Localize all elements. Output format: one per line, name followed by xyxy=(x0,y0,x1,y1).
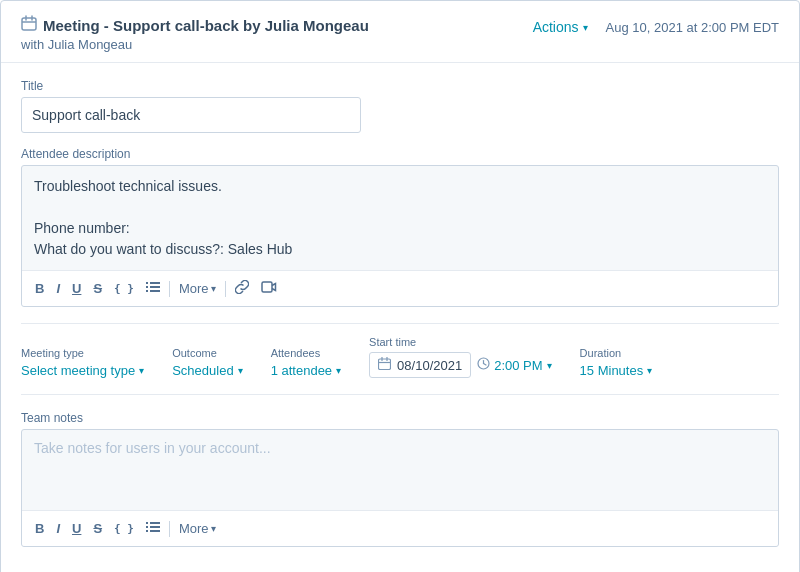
desc-line1: Troubleshoot technical issues. xyxy=(34,176,766,197)
outcome-value: Scheduled xyxy=(172,363,233,378)
title-label: Title xyxy=(21,79,779,93)
meeting-type-label: Meeting type xyxy=(21,347,144,359)
notes-label: Team notes xyxy=(21,411,779,425)
svg-rect-4 xyxy=(146,282,148,284)
header-right: Actions ▾ Aug 10, 2021 at 2:00 PM EDT xyxy=(527,15,779,39)
code-button[interactable]: { } xyxy=(109,279,139,298)
header-left: Meeting - Support call-back by Julia Mon… xyxy=(21,15,369,52)
description-section: Attendee description Troubleshoot techni… xyxy=(21,147,779,307)
italic-button[interactable]: I xyxy=(51,278,65,299)
attendees-label: Attendees xyxy=(271,347,341,359)
svg-rect-6 xyxy=(146,286,148,288)
notes-more-chevron-icon: ▾ xyxy=(211,523,216,534)
duration-dropdown[interactable]: 15 Minutes ▾ xyxy=(580,363,653,378)
svg-rect-5 xyxy=(150,282,160,284)
more-chevron-icon: ▾ xyxy=(211,283,216,294)
description-toolbar: B I U S { } xyxy=(22,270,778,306)
bold-button[interactable]: B xyxy=(30,278,49,299)
title-text: Meeting - Support call-back by Julia Mon… xyxy=(43,17,369,34)
duration-field: Duration 15 Minutes ▾ xyxy=(580,347,653,378)
outcome-field: Outcome Scheduled ▾ xyxy=(172,347,242,378)
time-icon xyxy=(477,357,490,373)
duration-label: Duration xyxy=(580,347,653,359)
outcome-chevron-icon: ▾ xyxy=(238,365,243,376)
body: Title Attendee description Troubleshoot … xyxy=(1,63,799,572)
meta-row: Meeting type Select meeting type ▾ Outco… xyxy=(21,323,779,395)
duration-chevron-icon: ▾ xyxy=(647,365,652,376)
underline-button[interactable]: U xyxy=(67,278,86,299)
desc-line4: What do you want to discuss?: Sales Hub xyxy=(34,239,766,260)
notes-list-button[interactable] xyxy=(141,517,165,540)
toolbar-separator-1 xyxy=(169,281,170,297)
svg-rect-9 xyxy=(150,290,160,292)
title-suffix: by Julia Mongeau xyxy=(239,17,369,34)
title-input[interactable] xyxy=(21,97,361,133)
attendees-chevron-icon: ▾ xyxy=(336,365,341,376)
actions-chevron-icon: ▾ xyxy=(583,22,588,33)
video-icon xyxy=(261,280,277,297)
desc-line2 xyxy=(34,197,766,218)
svg-rect-23 xyxy=(150,530,160,532)
outcome-label: Outcome xyxy=(172,347,242,359)
notes-box: Take notes for users in your account... … xyxy=(21,429,779,547)
notes-underline-button[interactable]: U xyxy=(67,518,86,539)
svg-rect-21 xyxy=(150,526,160,528)
calendar-icon xyxy=(378,357,391,373)
description-content[interactable]: Troubleshoot technical issues. Phone num… xyxy=(22,166,778,270)
meeting-type-field: Meeting type Select meeting type ▾ xyxy=(21,347,144,378)
actions-button[interactable]: Actions ▾ xyxy=(527,15,594,39)
title-section: Title xyxy=(21,79,779,133)
notes-bold-button[interactable]: B xyxy=(30,518,49,539)
notes-content[interactable]: Take notes for users in your account... xyxy=(22,430,778,510)
notes-toolbar-separator xyxy=(169,521,170,537)
meeting-type-dropdown[interactable]: Select meeting type ▾ xyxy=(21,363,144,378)
attendees-field: Attendees 1 attendee ▾ xyxy=(271,347,341,378)
notes-toolbar: B I U S { } xyxy=(22,510,778,546)
svg-rect-11 xyxy=(379,359,391,370)
header-date: Aug 10, 2021 at 2:00 PM EDT xyxy=(606,20,779,35)
time-chevron-icon: ▾ xyxy=(547,360,552,371)
start-time-label: Start time xyxy=(369,336,552,348)
more-button-desc[interactable]: More ▾ xyxy=(174,278,221,299)
description-box: Troubleshoot technical issues. Phone num… xyxy=(21,165,779,307)
svg-rect-0 xyxy=(22,18,36,30)
notes-code-button[interactable]: { } xyxy=(109,519,139,538)
description-label: Attendee description xyxy=(21,147,779,161)
time-value: 2:00 PM xyxy=(494,358,542,373)
meeting-icon xyxy=(21,15,37,35)
actions-label: Actions xyxy=(533,19,579,35)
title-bold: Support call-back xyxy=(113,17,239,34)
link-icon xyxy=(235,280,249,297)
toolbar-separator-2 xyxy=(225,281,226,297)
notes-italic-button[interactable]: I xyxy=(51,518,65,539)
meeting-type-chevron-icon: ▾ xyxy=(139,365,144,376)
meeting-type-value: Select meeting type xyxy=(21,363,135,378)
svg-line-17 xyxy=(484,364,487,366)
more-button-notes[interactable]: More ▾ xyxy=(174,518,221,539)
attendees-value: 1 attendee xyxy=(271,363,332,378)
svg-rect-8 xyxy=(146,290,148,292)
date-picker[interactable]: 08/10/2021 xyxy=(369,352,471,378)
svg-rect-7 xyxy=(150,286,160,288)
meeting-form: Meeting - Support call-back by Julia Mon… xyxy=(0,0,800,572)
date-value: 08/10/2021 xyxy=(397,358,462,373)
strikethrough-button[interactable]: S xyxy=(88,278,107,299)
start-time-field: Start time 08/10/2021 xyxy=(369,336,552,378)
svg-rect-22 xyxy=(146,530,148,532)
list-button[interactable] xyxy=(141,277,165,300)
svg-rect-19 xyxy=(150,522,160,524)
link-button[interactable] xyxy=(230,277,254,300)
header: Meeting - Support call-back by Julia Mon… xyxy=(1,1,799,63)
svg-rect-10 xyxy=(262,282,272,292)
video-button[interactable] xyxy=(256,277,282,300)
notes-section: Team notes Take notes for users in your … xyxy=(21,411,779,547)
header-subtitle: with Julia Mongeau xyxy=(21,37,369,52)
svg-rect-18 xyxy=(146,522,148,524)
time-dropdown[interactable]: 2:00 PM ▾ xyxy=(477,357,551,373)
notes-strikethrough-button[interactable]: S xyxy=(88,518,107,539)
desc-line3: Phone number: xyxy=(34,218,766,239)
outcome-dropdown[interactable]: Scheduled ▾ xyxy=(172,363,242,378)
notes-placeholder: Take notes for users in your account... xyxy=(34,440,271,456)
attendees-dropdown[interactable]: 1 attendee ▾ xyxy=(271,363,341,378)
title-prefix: Meeting - xyxy=(43,17,113,34)
